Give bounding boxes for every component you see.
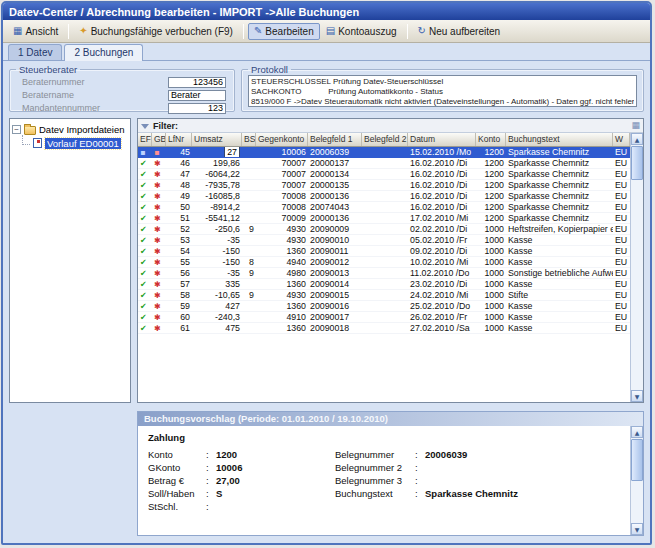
filter-label: Filter: bbox=[153, 121, 178, 131]
table-row[interactable]: ✔ ✱ 59 427 1360 20090016 25.02.2010 /Do … bbox=[138, 301, 630, 312]
scrollbar-thumb[interactable] bbox=[631, 146, 643, 180]
cell-lfnr: 47 bbox=[166, 169, 192, 179]
protokoll-line: 8519/000 F ->Datev Steuerautomatik nicht… bbox=[251, 97, 634, 107]
vorschlag-colon: : bbox=[206, 475, 216, 486]
tab-buchungen[interactable]: 2 Buchungen bbox=[64, 44, 143, 61]
cell-umsatz: -240,3 bbox=[192, 312, 242, 322]
mandantennummer-input[interactable] bbox=[168, 103, 226, 114]
cell-konto: 1000 bbox=[476, 312, 506, 322]
scroll-down-icon[interactable]: ▼ bbox=[631, 390, 643, 402]
table-row[interactable]: ✔ ✱ 57 335 1360 20090014 23.02.2010 /Di … bbox=[138, 279, 630, 290]
toolbar-separator bbox=[243, 24, 244, 39]
column-header-lfnr[interactable]: LfNr bbox=[166, 133, 192, 146]
vorschlag-field-label: Belegnummer 2 bbox=[335, 462, 415, 473]
table-row[interactable]: ✔ ✱ 61 475 1360 20090018 27.02.2010 /Sa … bbox=[138, 323, 630, 334]
vorschlag-colon: : bbox=[206, 462, 216, 473]
cell-gegenkonto: 1360 bbox=[256, 301, 308, 311]
column-header-umsatz[interactable]: Umsatz bbox=[192, 133, 242, 146]
toolbar-separator bbox=[407, 24, 408, 39]
cell-umsatz: -7935,78 bbox=[192, 180, 242, 190]
column-header-gegenkonto[interactable]: Gegenkonto bbox=[256, 133, 308, 146]
scrollbar-track[interactable] bbox=[631, 145, 643, 390]
cell-bs: 9 bbox=[242, 224, 256, 234]
table-row[interactable]: ✔ ✱ 50 -8914,2 70008 20074043 16.02.2010… bbox=[138, 202, 630, 213]
verbuchen-button[interactable]: ✦ Buchungsfähige verbuchen (F9) bbox=[73, 23, 239, 40]
vorschlag-fields: Zahlung Konto : 1200 Belegnummer : 20006… bbox=[138, 426, 630, 535]
ansicht-button[interactable]: ▦ Ansicht bbox=[7, 23, 64, 40]
cell-buchungstext: Heftstreifen, Kopierpapier etc bbox=[506, 224, 613, 234]
tree-collapse-icon[interactable]: − bbox=[12, 125, 21, 134]
cell-lfnr: 45 bbox=[166, 147, 192, 157]
column-header-belegfeld1[interactable]: Belegfeld 1 bbox=[308, 133, 362, 146]
table-row[interactable]: ✔ ✱ 49 -16085,8 70008 20000136 16.02.201… bbox=[138, 191, 630, 202]
table-row[interactable]: ✔ ✱ 46 199,86 70007 20000137 16.02.2010 … bbox=[138, 158, 630, 169]
cell-belegfeld1: 20090012 bbox=[308, 257, 362, 267]
table-row[interactable]: ✔ ✱ 52 -250,6 9 4930 20090009 02.02.2010… bbox=[138, 224, 630, 235]
scroll-up-icon[interactable]: ▲ bbox=[631, 426, 643, 438]
table-row[interactable]: ✔ ✱ 48 -7935,78 70007 20000135 16.02.201… bbox=[138, 180, 630, 191]
vorschlag-field-value: 1200 bbox=[216, 449, 311, 460]
window-titlebar[interactable]: Datev-Center / Abrechnung bearbeiten - I… bbox=[3, 3, 650, 20]
column-header-bs[interactable]: BS bbox=[242, 133, 256, 146]
column-header-ef[interactable]: EF bbox=[138, 133, 152, 146]
column-header-waehrung[interactable]: W bbox=[613, 133, 630, 146]
cell-umsatz: 335 bbox=[192, 279, 242, 289]
tree-item-vorlauf[interactable]: Vorlauf ED00001 bbox=[12, 136, 128, 150]
cell-waehrung: EU bbox=[613, 158, 630, 168]
table-row[interactable]: ✔ ✱ 51 -5541,12 70009 20000136 17.02.201… bbox=[138, 213, 630, 224]
scroll-up-icon[interactable]: ▲ bbox=[631, 133, 643, 145]
column-header-belegfeld2[interactable]: Belegfeld 2 bbox=[362, 133, 408, 146]
column-header-datum[interactable]: Datum bbox=[408, 133, 476, 146]
column-header-buchungstext[interactable]: Buchungstext bbox=[506, 133, 613, 146]
scroll-down-icon[interactable]: ▼ bbox=[631, 523, 643, 535]
vorschlag-row: Betrag € : 27,00 Belegnummer 3 : bbox=[148, 474, 630, 487]
beraternummer-label: Beraternummer bbox=[22, 77, 168, 87]
vorschlag-field-label: Betrag € bbox=[148, 475, 206, 486]
table-row[interactable]: ✔ ✱ 56 -35 9 4980 20090013 11.02.2010 /D… bbox=[138, 268, 630, 279]
beratername-label: Beratername bbox=[22, 90, 168, 100]
vorschlag-colon: : bbox=[206, 501, 216, 512]
table-row[interactable]: ✔ ✱ 58 -10,65 9 4930 20090015 24.02.2010… bbox=[138, 290, 630, 301]
table-vertical-scrollbar[interactable]: ▲ ▼ bbox=[630, 133, 643, 402]
row-flag-star-icon: ✱ bbox=[154, 291, 161, 300]
vorschlag-vertical-scrollbar[interactable]: ▲ ▼ bbox=[630, 426, 643, 535]
column-header-konto[interactable]: Konto bbox=[476, 133, 506, 146]
kontoauszug-button[interactable]: ▤ Kontoauszug bbox=[320, 23, 403, 40]
neu-aufbereiten-button[interactable]: ↻ Neu aufbereiten bbox=[412, 23, 507, 40]
bearbeiten-button[interactable]: ✎ Bearbeiten bbox=[248, 23, 320, 40]
beratername-input[interactable] bbox=[168, 90, 226, 101]
app-window: Datev-Center / Abrechnung bearbeiten - I… bbox=[1, 1, 652, 545]
row-status-check-icon: ✔ bbox=[140, 258, 147, 267]
cell-gegenkonto: 1360 bbox=[256, 323, 308, 333]
cell-belegfeld1: 20090016 bbox=[308, 301, 362, 311]
cell-datum: 27.02.2010 /Sa bbox=[408, 323, 476, 333]
cell-waehrung: EU bbox=[613, 235, 630, 245]
cell-waehrung: EU bbox=[613, 224, 630, 234]
column-options-icon[interactable]: ▦ bbox=[631, 121, 640, 130]
cell-belegfeld1: 20000137 bbox=[308, 158, 362, 168]
beraternummer-input[interactable] bbox=[168, 77, 226, 88]
column-header-gb[interactable]: GB bbox=[152, 133, 166, 146]
cell-konto: 1000 bbox=[476, 257, 506, 267]
mandantennummer-label: Mandantennummer bbox=[22, 103, 168, 113]
table-row[interactable]: ✔ ✱ 60 -240,3 4910 20090017 26.02.2010 /… bbox=[138, 312, 630, 323]
row-status-check-icon: ✔ bbox=[140, 192, 147, 201]
table-row[interactable]: ✔ ✱ 55 -150 8 4940 20090012 10.02.2010 /… bbox=[138, 257, 630, 268]
cell-konto: 1200 bbox=[476, 158, 506, 168]
tree-item-importdateien[interactable]: − Datev Importdateien bbox=[12, 122, 128, 136]
cell-lfnr: 56 bbox=[166, 268, 192, 278]
scrollbar-thumb[interactable] bbox=[631, 439, 643, 481]
row-status-check-icon: ✔ bbox=[140, 214, 147, 223]
table-row[interactable]: ✔ ✱ 53 -35 4930 20090010 05.02.2010 /Fr … bbox=[138, 235, 630, 246]
cell-lfnr: 60 bbox=[166, 312, 192, 322]
cell-waehrung: EU bbox=[613, 301, 630, 311]
table-row[interactable]: ▪ ▪ 45 27 10006 20006039 15.02.2010 /Mo … bbox=[138, 147, 630, 158]
table-row[interactable]: ✔ ✱ 54 -150 1360 20090011 09.02.2010 /Di… bbox=[138, 246, 630, 257]
table-row[interactable]: ✔ ✱ 47 -6064,22 70007 20000134 16.02.201… bbox=[138, 169, 630, 180]
row-status-check-icon: ✔ bbox=[140, 280, 147, 289]
tab-datev[interactable]: 1 Datev bbox=[8, 44, 62, 60]
cell-umsatz: -6064,22 bbox=[192, 169, 242, 179]
scrollbar-track[interactable] bbox=[631, 438, 643, 523]
vorschlag-row: GKonto : 10006 Belegnummer 2 : bbox=[148, 461, 630, 474]
verbuchen-button-label: Buchungsfähige verbuchen (F9) bbox=[91, 26, 233, 37]
